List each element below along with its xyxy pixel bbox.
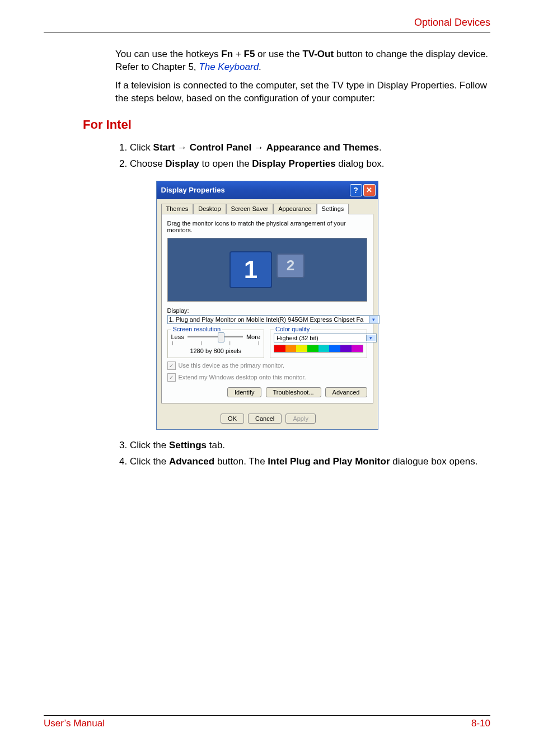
cancel-button[interactable]: Cancel	[248, 414, 282, 424]
apply-button[interactable]: Apply	[285, 414, 316, 424]
dialog-titlebar[interactable]: Display Properties ? ✕	[157, 181, 378, 199]
text: .	[259, 62, 261, 72]
tab-strip: Themes Desktop Screen Saver Appearance S…	[157, 199, 378, 214]
arrow-icon: →	[175, 142, 189, 153]
steps-list-top: Click Start → Control Panel → Appearance…	[115, 142, 490, 171]
extend-desktop-label: Extend my Windows desktop onto this moni…	[179, 374, 306, 381]
steps-list-bottom: Click the Settings tab. Click the Advanc…	[115, 439, 490, 468]
color-spectrum-bar	[274, 345, 363, 353]
ok-button[interactable]: OK	[221, 414, 244, 424]
tab-settings[interactable]: Settings	[317, 204, 349, 214]
color-quality-group: Color quality Highest (32 bit) ▾	[270, 330, 367, 358]
section-heading-for-intel: For Intel	[83, 118, 490, 132]
header-rule	[44, 32, 490, 32]
text: dialog box.	[336, 158, 385, 169]
footer-rule	[44, 715, 490, 716]
advanced-button[interactable]: Advanced	[325, 387, 367, 397]
chevron-down-icon: ▾	[369, 316, 378, 323]
text: tab.	[207, 440, 225, 450]
text: dialogue box opens.	[390, 456, 478, 467]
appearance-themes-label: Appearance and Themes	[266, 142, 379, 153]
primary-monitor-checkbox-row: ✓ Use this device as the primary monitor…	[167, 361, 367, 370]
text: button. The	[214, 456, 268, 467]
intro-paragraph-1: You can use the hotkeys Fn + F5 or use t…	[115, 48, 490, 74]
chevron-down-icon: ▾	[366, 335, 376, 341]
text: Click the	[130, 440, 169, 450]
text: to open the	[199, 158, 252, 169]
tab-themes[interactable]: Themes	[161, 204, 194, 214]
text: You can use the hotkeys	[115, 49, 221, 59]
header-section-title: Optional Devices	[44, 17, 490, 32]
footer-right: 8-10	[471, 718, 490, 729]
intel-monitor-label: Intel Plug and Play Monitor	[268, 456, 390, 467]
text: or use the	[255, 49, 302, 59]
slider-thumb[interactable]	[218, 332, 224, 342]
primary-monitor-label: Use this device as the primary monitor.	[179, 362, 285, 369]
footer-left: User’s Manual	[44, 718, 105, 729]
text: Choose	[130, 158, 165, 169]
monitor-1-icon[interactable]: 1	[229, 251, 272, 288]
less-label: Less	[171, 334, 184, 340]
color-quality-dropdown[interactable]: Highest (32 bit) ▾	[274, 334, 377, 342]
monitor-arrangement-area[interactable]: 1 2	[167, 238, 367, 302]
tv-out-label: TV-Out	[302, 49, 334, 59]
primary-monitor-checkbox: ✓	[167, 361, 176, 370]
text: Click	[130, 142, 153, 153]
hotkey-f5: F5	[244, 49, 255, 59]
display-properties-label: Display Properties	[252, 158, 335, 169]
keyboard-link[interactable]: The Keyboard	[199, 62, 259, 72]
step-2: Choose Display to open the Display Prope…	[130, 158, 490, 171]
page-footer: User’s Manual 8-10	[44, 715, 490, 729]
arrow-icon: →	[251, 142, 266, 153]
tab-desktop[interactable]: Desktop	[193, 204, 226, 214]
extend-desktop-checkbox-row: ✓ Extend my Windows desktop onto this mo…	[167, 373, 367, 382]
display-dropdown-label: Display:	[167, 307, 367, 314]
extend-desktop-checkbox: ✓	[167, 373, 176, 382]
display-label: Display	[165, 158, 199, 169]
close-button[interactable]: ✕	[363, 184, 376, 196]
tab-appearance[interactable]: Appearance	[273, 204, 316, 214]
troubleshoot-button[interactable]: Troubleshoot...	[266, 387, 321, 397]
control-panel-label: Control Panel	[190, 142, 252, 153]
step-1: Click Start → Control Panel → Appearance…	[130, 142, 490, 154]
settings-label: Settings	[169, 440, 207, 450]
text: Click the	[130, 456, 169, 467]
tab-screen-saver[interactable]: Screen Saver	[226, 204, 274, 214]
advanced-label: Advanced	[169, 456, 214, 467]
help-button[interactable]: ?	[350, 184, 362, 196]
screen-resolution-legend: Screen resolution	[171, 326, 223, 332]
step-3: Click the Settings tab.	[130, 439, 490, 452]
resolution-value: 1280 by 800 pixels	[171, 348, 261, 354]
more-label: More	[246, 334, 260, 340]
help-icon: ?	[353, 186, 358, 195]
dialog-title: Display Properties	[161, 186, 225, 194]
display-dropdown-value: 1. Plug and Play Monitor on Mobile Intel…	[169, 316, 364, 323]
screen-resolution-group: Screen resolution Less More |||| 1280 by…	[167, 330, 265, 358]
color-quality-legend: Color quality	[274, 326, 311, 332]
monitor-2-icon[interactable]: 2	[277, 253, 305, 278]
drag-instruction-text: Drag the monitor icons to match the phys…	[167, 220, 367, 233]
text: +	[233, 49, 243, 59]
start-label: Start	[153, 142, 175, 153]
hotkey-fn: Fn	[221, 49, 233, 59]
text: .	[379, 142, 382, 153]
color-quality-value: Highest (32 bit)	[277, 335, 318, 341]
display-properties-dialog: Display Properties ? ✕ Themes Desktop Sc…	[156, 181, 378, 430]
settings-tab-panel: Drag the monitor icons to match the phys…	[161, 214, 373, 403]
intro-paragraph-2: If a television is connected to the comp…	[115, 79, 490, 105]
step-4: Click the Advanced button. The Intel Plu…	[130, 456, 490, 468]
display-dropdown[interactable]: 1. Plug and Play Monitor on Mobile Intel…	[167, 315, 380, 324]
identify-button[interactable]: Identify	[227, 387, 261, 397]
close-icon: ✕	[366, 186, 372, 194]
resolution-slider[interactable]	[188, 336, 243, 337]
